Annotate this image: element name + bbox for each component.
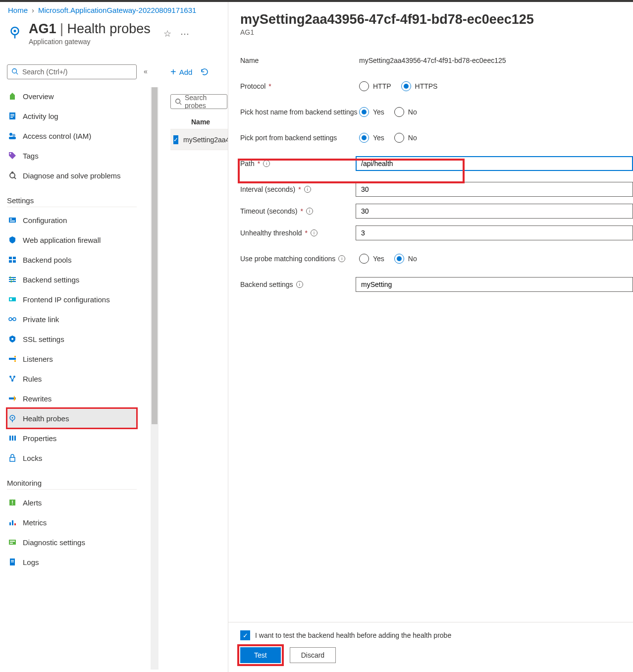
test-button[interactable]: Test <box>240 647 281 663</box>
discard-button[interactable]: Discard <box>290 647 336 663</box>
label-matching: Use probe matching conditions i <box>240 254 359 264</box>
svg-rect-19 <box>10 221 15 222</box>
log-icon <box>8 112 17 120</box>
list-item[interactable]: ✓ mySetting2aa43956-47cf-4f91-bd78-ec0ee… <box>170 129 228 150</box>
info-icon[interactable]: i <box>304 186 311 193</box>
sidebar-item-overview[interactable]: Overview <box>7 86 137 106</box>
search-icon <box>175 98 182 105</box>
list-column-name[interactable]: Name <box>170 115 228 129</box>
add-button[interactable]: + Add <box>170 66 192 78</box>
test-backend-checkbox[interactable]: ✓ <box>240 630 250 640</box>
radio-http[interactable]: HTTP <box>359 81 391 91</box>
svg-rect-12 <box>9 137 16 139</box>
sidebar-item-locks[interactable]: Locks <box>7 448 137 468</box>
radio-matching-no[interactable]: No <box>394 254 417 264</box>
sidebar-item-label: Rewrites <box>23 394 52 403</box>
sidebar-item-access-control-iam-[interactable]: Access control (IAM) <box>7 126 137 146</box>
sidebar-item-backend-settings[interactable]: Backend settings <box>7 270 137 289</box>
svg-rect-56 <box>11 560 14 561</box>
collapse-nav-button[interactable]: « <box>144 67 148 75</box>
sidebar-item-label: Listeners <box>23 355 53 363</box>
interval-input[interactable] <box>356 182 633 197</box>
info-icon[interactable]: i <box>311 229 317 236</box>
sidebar-item-label: Health probes <box>23 414 69 423</box>
svg-rect-9 <box>10 117 13 118</box>
sidebar-item-label: Locks <box>23 454 42 462</box>
info-icon[interactable]: i <box>338 255 345 262</box>
label-timeout: Timeout (seconds) * i <box>240 207 356 216</box>
sidebar-item-logs[interactable]: Logs <box>7 552 137 572</box>
sidebar-item-label: Overview <box>23 92 54 101</box>
sidebar-item-label: Configuration <box>23 216 67 224</box>
svg-rect-18 <box>10 219 12 220</box>
sidebar-item-properties[interactable]: Properties <box>7 428 137 448</box>
svg-rect-34 <box>14 356 16 357</box>
svg-rect-22 <box>9 260 12 263</box>
svg-rect-7 <box>10 114 14 115</box>
list-search-input[interactable]: Search probes <box>170 94 227 109</box>
sidebar-item-label: Access control (IAM) <box>23 132 91 140</box>
info-icon[interactable]: i <box>263 160 270 167</box>
sidebar-item-health-probes[interactable]: Health probes <box>7 408 137 428</box>
sidebar-item-private-link[interactable]: Private link <box>7 309 137 329</box>
backend-settings-input[interactable] <box>356 277 633 292</box>
sidebar-item-tags[interactable]: Tags <box>7 146 137 166</box>
panel-title: mySetting2aa43956-47cf-4f91-bd78-ec0eec1… <box>240 12 633 27</box>
radio-https[interactable]: HTTPS <box>401 81 438 91</box>
sidebar-item-metrics[interactable]: Metrics <box>7 512 137 532</box>
label-name: Name <box>240 56 359 65</box>
radio-pickhost-yes[interactable]: Yes <box>359 107 384 117</box>
favorite-icon[interactable]: ☆ <box>163 28 171 39</box>
radio-pickport-yes[interactable]: Yes <box>359 133 384 143</box>
svg-point-3 <box>12 69 17 73</box>
svg-rect-52 <box>9 540 16 545</box>
breadcrumb-item[interactable]: Microsoft.ApplicationGateway-20220809171… <box>38 6 196 14</box>
locks-icon <box>8 453 17 462</box>
checkbox-checked-icon[interactable]: ✓ <box>173 135 178 144</box>
sidebar-item-ssl-settings[interactable]: SSL settings <box>7 329 137 349</box>
overview-icon <box>8 92 17 101</box>
svg-rect-21 <box>13 257 16 259</box>
sidebar-item-diagnose-and-solve-problems[interactable]: Diagnose and solve problems <box>7 166 137 185</box>
path-input[interactable] <box>356 156 633 171</box>
sidebar-item-label: Rules <box>23 375 42 383</box>
waf-icon <box>8 235 17 244</box>
backend-settings-icon <box>8 275 17 284</box>
sidebar-item-listeners[interactable]: Listeners <box>7 349 137 369</box>
nav-section-settings: Settings <box>7 196 137 207</box>
sidebar-item-diagnostic-settings[interactable]: Diagnostic settings <box>7 532 137 552</box>
chevron-right-icon: › <box>32 6 34 14</box>
info-icon[interactable]: i <box>306 208 313 215</box>
sidebar-item-configuration[interactable]: Configuration <box>7 210 137 230</box>
sidebar-item-label: Web application firewall <box>23 236 101 244</box>
svg-rect-46 <box>10 457 15 461</box>
svg-point-13 <box>10 153 11 155</box>
svg-rect-49 <box>9 522 11 525</box>
svg-rect-51 <box>14 523 16 525</box>
sidebar-item-label: Metrics <box>23 518 47 527</box>
sidebar-item-activity-log[interactable]: Activity log <box>7 106 137 126</box>
sidebar-item-web-application-firewall[interactable]: Web application firewall <box>7 230 137 250</box>
unhealthy-input[interactable] <box>356 225 633 240</box>
rewrites-icon <box>8 394 17 403</box>
label-interval: Interval (seconds) * i <box>240 185 356 194</box>
more-icon[interactable]: ⋯ <box>180 28 189 39</box>
timeout-input[interactable] <box>356 204 633 219</box>
nav-search-input[interactable]: Search (Ctrl+/) <box>7 64 137 79</box>
sidebar-item-frontend-ip-configurations[interactable]: Frontend IP configurations <box>7 289 137 309</box>
radio-pickhost-no[interactable]: No <box>394 107 417 117</box>
radio-pickport-no[interactable]: No <box>394 133 417 143</box>
info-icon[interactable]: i <box>296 281 303 288</box>
sidebar-item-rewrites[interactable]: Rewrites <box>7 389 137 408</box>
svg-point-11 <box>12 134 15 137</box>
search-icon <box>11 68 19 76</box>
breadcrumb-home[interactable]: Home <box>8 6 28 14</box>
radio-matching-yes[interactable]: Yes <box>359 254 384 264</box>
sidebar-item-alerts[interactable]: !Alerts <box>7 493 137 512</box>
sidebar-item-rules[interactable]: Rules <box>7 369 137 389</box>
scrollbar[interactable] <box>151 87 158 670</box>
sidebar-item-backend-pools[interactable]: Backend pools <box>7 250 137 270</box>
refresh-icon[interactable] <box>200 67 209 76</box>
svg-rect-53 <box>10 541 15 542</box>
sidebar-item-label: SSL settings <box>23 335 64 343</box>
